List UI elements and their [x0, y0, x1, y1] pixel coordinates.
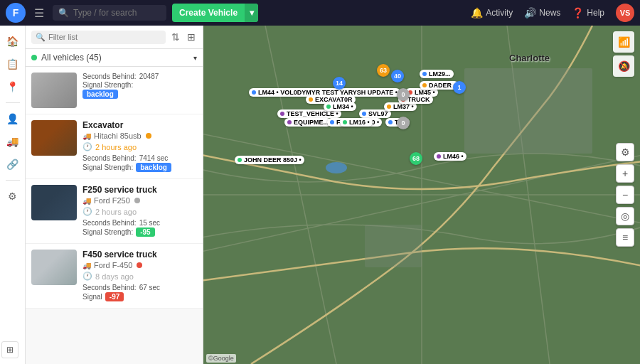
- divider: [6, 102, 20, 103]
- status-dot: [31, 55, 37, 60]
- wifi-icon[interactable]: 📶: [613, 31, 634, 53]
- settings-map-button[interactable]: ⚙: [616, 143, 634, 161]
- grid-view-button[interactable]: ⊞: [1, 341, 18, 358]
- signal-badge: -95: [136, 228, 154, 237]
- map-marker[interactable]: LM34 •: [324, 102, 356, 111]
- seconds-behind-label: Seconds Behind:: [82, 219, 137, 227]
- vehicle-stats: Seconds Behind: 7414 sec Signal Strength…: [82, 154, 197, 172]
- map-marker[interactable]: LM29...: [420, 70, 454, 78]
- clock-icon: 🕐: [82, 207, 92, 216]
- marker-label: LM37 •: [393, 103, 414, 110]
- help-link[interactable]: ❓ Help: [572, 7, 604, 18]
- filter-button[interactable]: ⊞: [186, 30, 197, 44]
- sidebar-item-home[interactable]: 🏠: [3, 31, 23, 51]
- marker-dot: [326, 105, 331, 109]
- list-item[interactable]: Excavator 🚚 Hitachi 85usb 🕐 2 hours ago …: [26, 114, 203, 179]
- hamburger-menu[interactable]: ☰: [31, 4, 47, 23]
- svg-rect-12: [365, 225, 422, 267]
- map-marker[interactable]: LM16 •: [340, 118, 373, 127]
- marker-label: EQUIPME...: [294, 119, 329, 126]
- vehicle-thumbnail: [31, 250, 77, 285]
- vehicle-name: F250 service truck: [82, 185, 197, 195]
- marker-dot: [388, 120, 393, 124]
- marker-label: TRUCK: [407, 96, 430, 103]
- vehicle-info: F250 service truck 🚚 Ford F250 🕐 2 hours…: [82, 185, 197, 237]
- map-number-badge: 14: [333, 77, 346, 90]
- sidebar: 🏠 📋 📍 👤 🚚 🔗 ⚙ ⊞: [0, 26, 26, 364]
- clock-icon: 🕐: [82, 142, 92, 151]
- sidebar-item-list[interactable]: 📋: [3, 54, 23, 74]
- map-marker[interactable]: SVL97: [359, 109, 391, 118]
- map-number-badge: 0: [397, 88, 410, 101]
- layers-button[interactable]: ≡: [616, 228, 634, 247]
- marker-label: LM29...: [429, 70, 451, 77]
- marker-label: LM46 •: [443, 153, 464, 160]
- locate-button[interactable]: ◎: [616, 207, 634, 225]
- filter-input[interactable]: [48, 33, 161, 41]
- vehicle-name: F450 service truck: [82, 250, 197, 259]
- avatar[interactable]: VS: [616, 4, 634, 22]
- news-link[interactable]: 🔊 News: [524, 7, 560, 18]
- chevron-down-icon: ▾: [193, 54, 197, 62]
- seconds-behind-label: Seconds Behind:: [82, 284, 137, 291]
- map-marker[interactable]: JOHN DEER 850J •: [235, 156, 304, 164]
- signal-label: Signal Strength:: [82, 228, 133, 236]
- seconds-behind-value: 7414 sec: [139, 154, 169, 162]
- list-item[interactable]: F250 service truck 🚚 Ford F250 🕐 2 hours…: [26, 179, 203, 244]
- global-search[interactable]: 🔍: [53, 5, 166, 21]
- list-item[interactable]: Seconds Behind: 20487 Signal Strength: b…: [26, 67, 203, 114]
- truck-icon: 🚚: [82, 262, 91, 269]
- vehicle-info: Seconds Behind: 20487 Signal Strength: b…: [82, 73, 197, 100]
- marker-label: DADER •: [429, 82, 456, 89]
- divider2: [6, 180, 20, 181]
- marker-dot: [280, 112, 284, 116]
- map-marker[interactable]: EQUIPME...: [284, 118, 331, 127]
- seconds-behind-value: 20487: [139, 73, 159, 80]
- panel-header: 🔍 ⇅ ⊞: [26, 26, 203, 49]
- marker-label: LM34 •: [333, 103, 353, 110]
- search-icon: 🔍: [58, 8, 69, 18]
- question-icon: ❓: [572, 7, 584, 18]
- mute-icon[interactable]: 🔕: [613, 55, 634, 77]
- app-logo[interactable]: F: [6, 3, 26, 23]
- map-controls: ⚙ + − ◎ ≡: [616, 143, 634, 247]
- vehicle-info: Excavator 🚚 Hitachi 85usb 🕐 2 hours ago …: [82, 120, 197, 173]
- vehicle-time: 🕐 8 days ago: [82, 272, 197, 281]
- sort-button[interactable]: ⇅: [170, 30, 181, 44]
- sidebar-item-map[interactable]: 📍: [3, 77, 23, 97]
- seconds-behind-value: 15 sec: [139, 219, 160, 227]
- vehicle-name: Excavator: [82, 120, 197, 130]
- zoom-out-button[interactable]: −: [616, 186, 634, 204]
- map-number-badge: 0: [397, 117, 410, 129]
- list-item[interactable]: F450 service truck 🚚 Ford F-450 🕐 8 days…: [26, 244, 203, 309]
- all-vehicles-label: All vehicles (45): [41, 53, 102, 63]
- navbar: F ☰ 🔍 Create Vehicle ▾ 🔔 Activity 🔊 News…: [0, 0, 640, 26]
- vehicle-list: Excavator 🚚 Hitachi 85usb 🕐 2 hours ago …: [26, 114, 203, 364]
- vehicle-stats: Seconds Behind: 67 sec Signal -97: [82, 284, 197, 301]
- search-input[interactable]: [73, 8, 159, 18]
- create-vehicle-dropdown-arrow[interactable]: ▾: [245, 4, 258, 22]
- city-label: Charlotte: [509, 53, 550, 63]
- filter-search[interactable]: 🔍: [31, 31, 166, 44]
- bell-icon: 🔔: [471, 7, 483, 18]
- signal-label: Signal: [82, 293, 102, 301]
- vehicle-thumbnail: [31, 185, 77, 220]
- truck-icon: 🚚: [82, 132, 91, 140]
- volume-icon: 🔊: [524, 7, 536, 18]
- all-vehicles-bar[interactable]: All vehicles (45) ▾: [26, 49, 203, 67]
- map-marker[interactable]: LM46 •: [434, 152, 466, 161]
- sidebar-item-settings[interactable]: ⚙: [3, 186, 23, 206]
- create-vehicle-button[interactable]: Create Vehicle ▾: [172, 4, 258, 22]
- vehicle-dot: [137, 261, 142, 269]
- sidebar-item-vehicle[interactable]: 🚚: [3, 132, 23, 151]
- sidebar-item-share[interactable]: 🔗: [3, 154, 23, 174]
- activity-link[interactable]: 🔔 Activity: [471, 7, 513, 18]
- signal-label: Signal Strength:: [82, 164, 133, 171]
- wifi-icons: 📶 🔕: [613, 31, 634, 77]
- marker-dot: [309, 97, 313, 102]
- zoom-in-button[interactable]: +: [616, 164, 634, 183]
- sidebar-item-user[interactable]: 👤: [3, 109, 23, 129]
- signal-badge: -97: [105, 292, 124, 301]
- map-number-badge: 1: [453, 81, 466, 94]
- main-content: 🏠 📋 📍 👤 🚚 🔗 ⚙ ⊞ 🔍 ⇅ ⊞ All vehicles (45): [0, 26, 640, 364]
